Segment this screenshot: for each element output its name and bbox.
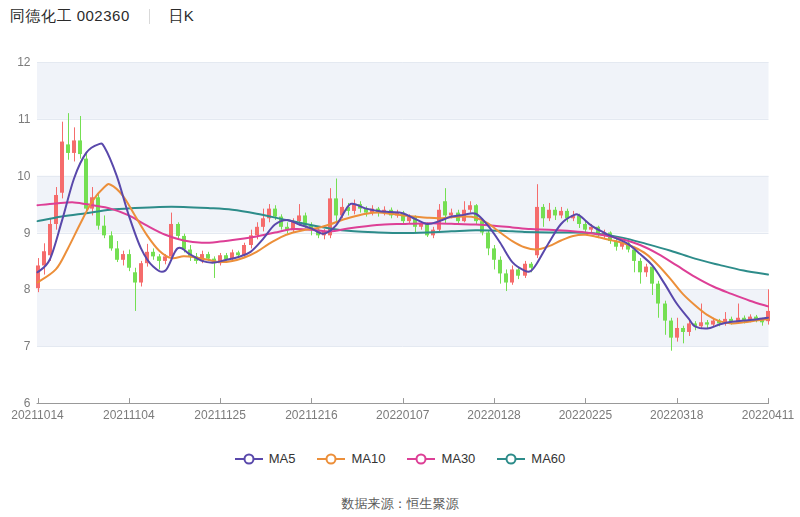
legend-item-ma10[interactable]: MA10 [317, 451, 385, 466]
title-divider [149, 9, 150, 24]
chart-header: 同德化工 002360 日K [10, 6, 194, 26]
period-tab-daily-k[interactable]: 日K [169, 7, 194, 26]
ma5-line-marker-icon [235, 452, 263, 466]
legend-label-ma30: MA30 [441, 451, 475, 466]
chart-legend: MA5MA10MA30MA60 [0, 451, 800, 466]
legend-item-ma30[interactable]: MA30 [407, 451, 475, 466]
legend-item-ma60[interactable]: MA60 [497, 451, 565, 466]
candlestick-chart [0, 28, 800, 448]
stock-title: 同德化工 002360 [10, 7, 130, 26]
legend-label-ma10: MA10 [351, 451, 385, 466]
stock-chart-page: 同德化工 002360 日K MA5MA10MA30MA60 数据来源：恒生聚源 [0, 0, 800, 517]
legend-label-ma60: MA60 [531, 451, 565, 466]
ma10-line-marker-icon [317, 452, 345, 466]
data-source-caption: 数据来源：恒生聚源 [0, 495, 800, 513]
legend-item-ma5[interactable]: MA5 [235, 451, 296, 466]
legend-label-ma5: MA5 [269, 451, 296, 466]
ma60-line-marker-icon [497, 452, 525, 466]
ma30-line-marker-icon [407, 452, 435, 466]
